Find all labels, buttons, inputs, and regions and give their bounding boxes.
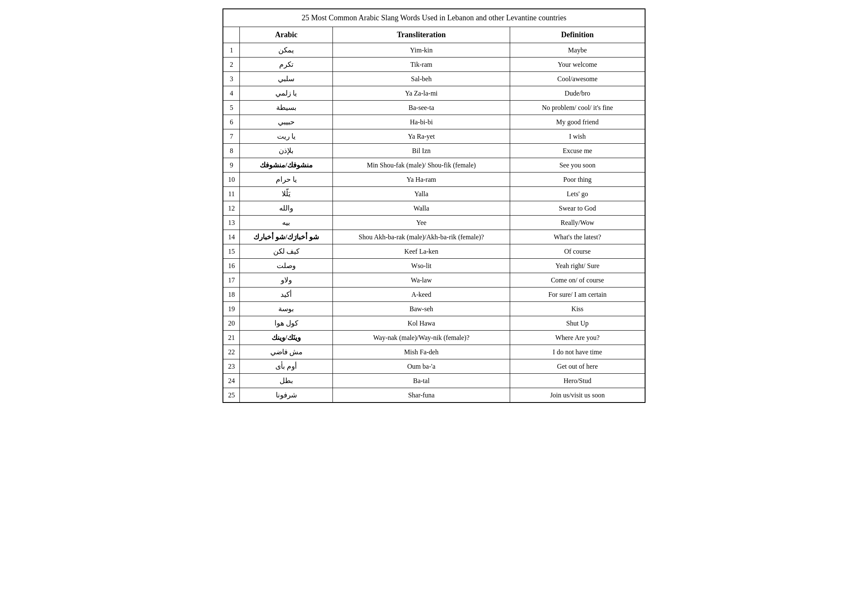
cell-definition: For sure/ I am certain [510,287,645,302]
cell-arabic: يا ريت [240,129,333,144]
cell-definition: Really/Wow [510,216,645,230]
cell-transliteration: Walla [332,201,510,216]
cell-arabic: يا زلمي [240,86,333,101]
cell-definition: I do not have time [510,345,645,359]
cell-transliteration: A-keed [332,287,510,302]
table-row: 22مش فاضيMish Fa-dehI do not have time [223,345,645,359]
cell-transliteration: Ya Ra-yet [332,129,510,144]
cell-transliteration: Shar-funa [332,388,510,403]
cell-arabic: كول هوا [240,316,333,331]
cell-definition: My good friend [510,115,645,129]
cell-transliteration: Tik-ram [332,57,510,72]
cell-definition: Of course [510,244,645,259]
cell-definition: What's the latest? [510,230,645,244]
cell-arabic: بوسة [240,302,333,316]
table-row: 2تكرمTik-ramYour welcome [223,57,645,72]
cell-definition: Yeah right/ Sure [510,259,645,273]
cell-num: 18 [223,287,240,302]
cell-definition: Shut Up [510,316,645,331]
cell-num: 16 [223,259,240,273]
table-row: 21وينَك/وينكWay-nak (male)/Way-nik (fema… [223,331,645,345]
cell-arabic: ولاو [240,273,333,287]
cell-transliteration: Mish Fa-deh [332,345,510,359]
table-row: 6حبيبيHa-bi-biMy good friend [223,115,645,129]
table-row: 16وصلتWso-litYeah right/ Sure [223,259,645,273]
cell-definition: Swear to God [510,201,645,216]
table-body: 1يمكنYim-kinMaybe2تكرمTik-ramYour welcom… [223,43,645,403]
cell-arabic: وصلت [240,259,333,273]
table-row: 7يا ريتYa Ra-yetI wish [223,129,645,144]
cell-num: 1 [223,43,240,57]
cell-num: 3 [223,72,240,86]
header-transliteration: Transliteration [332,27,510,43]
cell-transliteration: Min Shou-fak (male)/ Shou-fik (female) [332,158,510,172]
cell-arabic: مش فاضي [240,345,333,359]
cell-num: 13 [223,216,240,230]
cell-definition: Join us/visit us soon [510,388,645,403]
table-row: 14شو أخبارَك/شو أخباركShou Akh-ba-rak (m… [223,230,645,244]
cell-arabic: والله [240,201,333,216]
cell-definition: Get out of here [510,359,645,374]
cell-num: 25 [223,388,240,403]
main-table: 25 Most Common Arabic Slang Words Used i… [222,8,646,403]
cell-transliteration: Bil Izn [332,144,510,158]
cell-definition: Hero/Stud [510,374,645,388]
table-row: 12واللهWallaSwear to God [223,201,645,216]
table-row: 10يا حرامYa Ha-ramPoor thing [223,172,645,187]
cell-arabic: بلإذن [240,144,333,158]
cell-arabic: سلبي [240,72,333,86]
cell-arabic: أكيد [240,287,333,302]
cell-num: 12 [223,201,240,216]
cell-num: 19 [223,302,240,316]
header-row: Arabic Transliteration Definition [223,27,645,43]
table-row: 20كول هواKol HawaShut Up [223,316,645,331]
cell-num: 11 [223,187,240,201]
cell-transliteration: Yalla [332,187,510,201]
cell-definition: Dude/bro [510,86,645,101]
cell-num: 10 [223,172,240,187]
cell-definition: Kiss [510,302,645,316]
cell-arabic: بطل [240,374,333,388]
cell-num: 23 [223,359,240,374]
cell-transliteration: Wso-lit [332,259,510,273]
table-row: 24بطلBa-talHero/Stud [223,374,645,388]
cell-num: 17 [223,273,240,287]
cell-arabic: شو أخبارَك/شو أخبارك [240,230,333,244]
cell-num: 15 [223,244,240,259]
cell-transliteration: Ha-bi-bi [332,115,510,129]
cell-num: 8 [223,144,240,158]
cell-num: 14 [223,230,240,244]
cell-transliteration: Yim-kin [332,43,510,57]
table-title: 25 Most Common Arabic Slang Words Used i… [223,9,645,27]
table-row: 18أكيدA-keedFor sure/ I am certain [223,287,645,302]
cell-transliteration: Baw-seh [332,302,510,316]
cell-transliteration: Ya Ha-ram [332,172,510,187]
table-row: 23أوم بأىOum ba-'aGet out of here [223,359,645,374]
cell-arabic: تكرم [240,57,333,72]
cell-arabic: منشوفك/منشوفك [240,158,333,172]
cell-transliteration: Way-nak (male)/Way-nik (female)? [332,331,510,345]
cell-definition: Where Are you? [510,331,645,345]
cell-definition: See you soon [510,158,645,172]
cell-num: 22 [223,345,240,359]
cell-transliteration: Wa-law [332,273,510,287]
cell-transliteration: Ba-tal [332,374,510,388]
cell-definition: Your welcome [510,57,645,72]
cell-arabic: أوم بأى [240,359,333,374]
cell-arabic: وينَك/وينك [240,331,333,345]
header-arabic: Arabic [240,27,333,43]
table-row: 13بيهYeeReally/Wow [223,216,645,230]
table-row: 19بوسةBaw-sehKiss [223,302,645,316]
cell-arabic: يمكن [240,43,333,57]
cell-definition: Excuse me [510,144,645,158]
cell-num: 5 [223,101,240,115]
cell-transliteration: Shou Akh-ba-rak (male)/Akh-ba-rik (femal… [332,230,510,244]
table-row: 9منشوفك/منشوفكMin Shou-fak (male)/ Shou-… [223,158,645,172]
title-row: 25 Most Common Arabic Slang Words Used i… [223,9,645,27]
cell-arabic: بسيطة [240,101,333,115]
cell-arabic: بيه [240,216,333,230]
table-row: 5بسيطةBa-see-taNo problem/ cool/ it's fi… [223,101,645,115]
table-row: 17ولاوWa-lawCome on/ of course [223,273,645,287]
cell-definition: Poor thing [510,172,645,187]
cell-transliteration: Kol Hawa [332,316,510,331]
